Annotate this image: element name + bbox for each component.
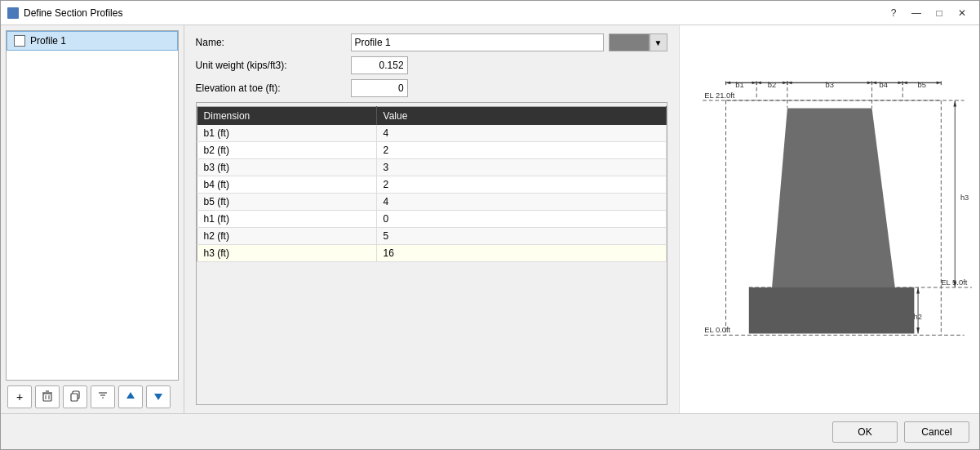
svg-marker-30 <box>936 81 941 84</box>
color-dropdown-button[interactable]: ▼ <box>650 33 667 51</box>
svg-marker-36 <box>871 81 876 84</box>
el-21-label: EL 21.0ft <box>704 91 735 100</box>
filter-button[interactable] <box>91 385 115 408</box>
table-row: b3 (ft)3 <box>197 159 666 176</box>
window-title: Define Section Profiles <box>24 7 122 19</box>
profile-item-1[interactable]: Profile 1 <box>7 31 178 51</box>
elevation-label: Elevation at toe (ft): <box>196 82 351 94</box>
color-button[interactable] <box>609 33 650 51</box>
right-panel: Name: ▼ Unit weight (kips/ft3): Elevatio… <box>184 25 679 413</box>
svg-marker-11 <box>154 394 162 400</box>
profile-icon <box>14 35 25 47</box>
value-cell[interactable]: 2 <box>376 142 666 159</box>
left-panel: Profile 1 + <box>1 25 184 413</box>
add-button[interactable]: + <box>7 385 32 408</box>
base-rect <box>748 287 914 333</box>
unit-weight-row: Unit weight (kips/ft3): <box>196 56 667 74</box>
dimension-cell: h3 (ft) <box>197 245 376 262</box>
delete-icon <box>42 390 53 404</box>
b4-label: b4 <box>879 79 887 88</box>
svg-rect-0 <box>43 394 51 401</box>
move-down-button[interactable] <box>146 385 171 408</box>
svg-marker-34 <box>787 81 792 84</box>
col-dimension: Dimension <box>197 107 376 126</box>
color-picker-group: ▼ <box>607 33 667 51</box>
down-arrow-icon <box>153 390 164 404</box>
svg-rect-6 <box>71 394 78 401</box>
trapezoid-shape <box>772 108 895 287</box>
copy-button[interactable] <box>63 385 87 408</box>
titlebar-controls: ? — □ ✕ <box>883 5 973 21</box>
value-cell[interactable]: 0 <box>376 211 666 228</box>
svg-marker-35 <box>867 81 871 84</box>
close-button[interactable]: ✕ <box>951 5 973 21</box>
name-label: Name: <box>196 37 351 48</box>
value-cell[interactable]: 3 <box>376 159 666 176</box>
col-value: Value <box>376 107 666 126</box>
copy-icon <box>69 390 81 404</box>
titlebar: Define Section Profiles ? — □ ✕ <box>1 1 979 25</box>
dimension-table: Dimension Value b1 (ft)4b2 (ft)2b3 (ft)3… <box>197 106 667 262</box>
profile-list: Profile 1 <box>6 30 179 381</box>
elevation-input[interactable] <box>351 79 408 97</box>
dimension-cell: b5 (ft) <box>197 194 376 211</box>
value-cell[interactable]: 4 <box>376 194 666 211</box>
table-body: b1 (ft)4b2 (ft)2b3 (ft)3b4 (ft)2b5 (ft)4… <box>197 125 666 262</box>
svg-marker-37 <box>898 81 902 84</box>
table-row: b2 (ft)2 <box>197 142 666 159</box>
add-icon: + <box>16 390 23 403</box>
value-cell[interactable]: 4 <box>376 125 666 142</box>
table-row: b4 (ft)2 <box>197 176 666 194</box>
app-icon <box>7 7 19 19</box>
svg-marker-43 <box>916 287 920 293</box>
diagram-area: EL 21.0ft EL 5.0ft EL 0.0ft b1 <box>679 25 979 413</box>
minimize-button[interactable]: — <box>906 5 927 21</box>
el-0-label: EL 0.0ft <box>704 325 730 334</box>
dimension-cell: h1 (ft) <box>197 211 376 228</box>
help-button[interactable]: ? <box>883 5 904 21</box>
dimension-cell: h2 (ft) <box>197 228 376 245</box>
profile-item-label: Profile 1 <box>30 35 66 47</box>
up-arrow-icon <box>125 390 136 404</box>
dimension-cell: b1 (ft) <box>197 125 376 142</box>
dimension-cell: b2 (ft) <box>197 142 376 159</box>
svg-marker-32 <box>756 81 761 84</box>
titlebar-left: Define Section Profiles <box>7 7 122 19</box>
bottom-bar: OK Cancel <box>1 413 979 449</box>
h3-label: h3 <box>960 193 968 202</box>
dimension-cell: b3 (ft) <box>197 159 376 176</box>
b1-label: b1 <box>735 79 743 88</box>
svg-marker-29 <box>725 81 730 84</box>
section-diagram: EL 21.0ft EL 5.0ft EL 0.0ft b1 <box>680 48 979 391</box>
table-header-row: Dimension Value <box>197 107 666 126</box>
dimension-table-container: Dimension Value b1 (ft)4b2 (ft)2b3 (ft)3… <box>196 102 667 405</box>
b5-label: b5 <box>917 79 925 88</box>
cancel-button[interactable]: Cancel <box>904 421 969 443</box>
ok-button[interactable]: OK <box>832 421 898 443</box>
svg-marker-38 <box>902 81 907 84</box>
svg-marker-40 <box>953 100 956 106</box>
b2-label: b2 <box>767 79 775 88</box>
svg-marker-10 <box>126 392 135 399</box>
value-cell[interactable]: 5 <box>376 228 666 245</box>
table-row: b1 (ft)4 <box>197 125 666 142</box>
move-up-button[interactable] <box>118 385 143 408</box>
bottom-toolbar: + <box>6 381 179 408</box>
table-row: h3 (ft)16 <box>197 245 666 262</box>
table-row: h2 (ft)5 <box>197 228 666 245</box>
svg-marker-33 <box>783 81 787 84</box>
svg-marker-44 <box>916 327 920 333</box>
dimension-cell: b4 (ft) <box>197 176 376 194</box>
main-window: Define Section Profiles ? — □ ✕ Profile … <box>0 0 980 450</box>
value-cell[interactable]: 16 <box>376 245 666 262</box>
b3-label: b3 <box>825 79 833 88</box>
name-input[interactable] <box>351 33 604 51</box>
delete-button[interactable] <box>35 385 60 408</box>
value-cell[interactable]: 2 <box>376 176 666 194</box>
elevation-row: Elevation at toe (ft): <box>196 79 667 97</box>
filter-icon <box>97 390 109 404</box>
name-row: Name: ▼ <box>196 33 667 51</box>
unit-weight-input[interactable] <box>351 56 408 74</box>
unit-weight-label: Unit weight (kips/ft3): <box>196 60 351 71</box>
maximize-button[interactable]: □ <box>929 5 950 21</box>
